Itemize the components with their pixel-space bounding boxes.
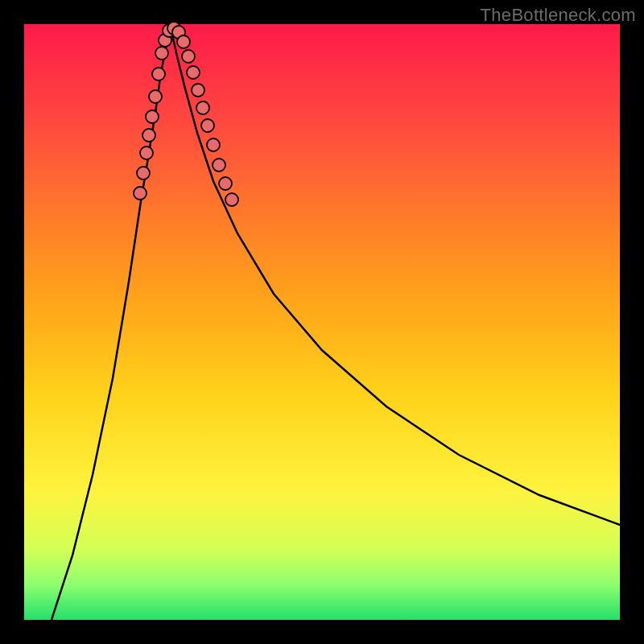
curves-layer xyxy=(24,24,620,620)
data-point xyxy=(142,129,155,142)
data-point xyxy=(187,66,200,79)
data-point xyxy=(140,147,153,159)
data-point xyxy=(225,193,238,206)
data-point xyxy=(201,119,214,132)
data-point xyxy=(177,35,190,48)
curve-right xyxy=(171,27,620,525)
data-point xyxy=(149,90,162,103)
data-point xyxy=(213,159,225,171)
data-point xyxy=(146,110,159,123)
data-point xyxy=(155,47,168,60)
data-point xyxy=(192,84,204,97)
plot-area xyxy=(24,24,620,620)
data-point xyxy=(152,68,165,80)
data-point xyxy=(182,50,195,63)
chart-frame: TheBottleneck.com xyxy=(0,0,644,644)
data-point xyxy=(207,138,220,151)
data-points xyxy=(134,22,238,206)
data-point xyxy=(219,177,232,190)
watermark-text: TheBottleneck.com xyxy=(481,5,636,26)
data-point xyxy=(134,187,147,200)
data-point xyxy=(196,101,209,114)
data-point xyxy=(137,167,150,180)
